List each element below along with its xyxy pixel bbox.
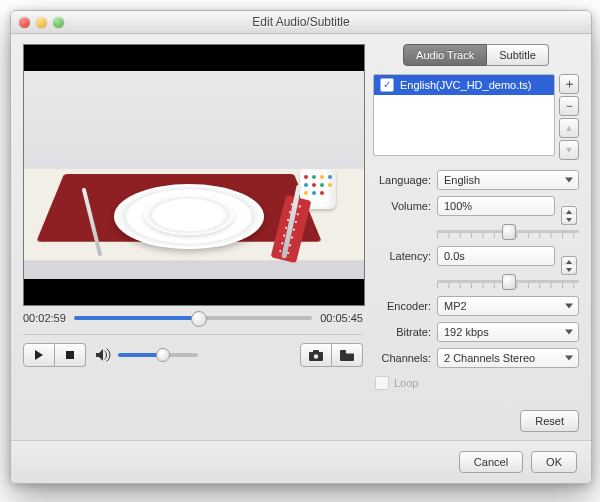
zoom-window-button[interactable] (53, 17, 64, 28)
audio-track-list[interactable]: ✓ English(JVC_HD_demo.ts) (373, 74, 555, 156)
system-volume-knob[interactable] (156, 348, 170, 362)
label-bitrate: Bitrate: (373, 326, 431, 338)
move-up-button[interactable]: ▲ (559, 118, 579, 138)
channels-select[interactable]: 2 Channels Stereo (437, 348, 579, 368)
loop-checkbox[interactable]: Loop (375, 376, 579, 390)
camera-icon (309, 350, 323, 361)
chevron-down-icon: ▼ (565, 145, 574, 155)
video-preview[interactable] (23, 44, 365, 306)
volume-icon (96, 348, 112, 362)
minimize-window-button[interactable] (36, 17, 47, 28)
track-label: English(JVC_HD_demo.ts) (400, 79, 531, 91)
add-track-button[interactable]: ＋ (559, 74, 579, 94)
stop-button[interactable] (55, 343, 86, 367)
svg-rect-3 (340, 350, 346, 353)
volume-input[interactable]: 100% (437, 196, 555, 216)
system-volume-slider[interactable] (118, 353, 198, 357)
open-folder-button[interactable] (332, 343, 363, 367)
reset-button[interactable]: Reset (520, 410, 579, 432)
play-icon (35, 350, 43, 360)
playback-slider-knob[interactable] (191, 311, 207, 327)
plus-icon: ＋ (563, 75, 576, 93)
language-select[interactable]: English (437, 170, 579, 190)
volume-slider[interactable] (437, 222, 579, 240)
playback-current-time: 00:02:59 (23, 312, 66, 324)
label-latency: Latency: (373, 250, 431, 262)
label-language: Language: (373, 174, 431, 186)
remove-track-button[interactable]: － (559, 96, 579, 116)
volume-slider-knob[interactable] (502, 224, 516, 240)
tab-audio-track[interactable]: Audio Track (403, 44, 487, 66)
encoder-select[interactable]: MP2 (437, 296, 579, 316)
checkbox-icon (375, 376, 389, 390)
bitrate-select[interactable]: 192 kbps (437, 322, 579, 342)
window: Edit Audio/Subtitle 00:02:59 (10, 10, 592, 484)
snapshot-button[interactable] (300, 343, 332, 367)
close-window-button[interactable] (19, 17, 30, 28)
label-channels: Channels: (373, 352, 431, 364)
playback-slider[interactable] (74, 316, 312, 320)
latency-slider-knob[interactable] (502, 274, 516, 290)
play-button[interactable] (23, 343, 55, 367)
svg-rect-1 (313, 350, 319, 353)
folder-icon (340, 350, 354, 361)
playback-total-time: 00:05:45 (320, 312, 363, 324)
dialog-footer: Cancel OK (11, 440, 591, 483)
label-encoder: Encoder: (373, 300, 431, 312)
latency-input[interactable]: 0.0s (437, 246, 555, 266)
stop-icon (66, 351, 74, 359)
list-item[interactable]: ✓ English(JVC_HD_demo.ts) (374, 75, 554, 95)
latency-slider[interactable] (437, 272, 579, 290)
label-volume: Volume: (373, 200, 431, 212)
window-title: Edit Audio/Subtitle (11, 15, 591, 29)
ok-button[interactable]: OK (531, 451, 577, 473)
cancel-button[interactable]: Cancel (459, 451, 523, 473)
track-checkbox[interactable]: ✓ (380, 78, 394, 92)
move-down-button[interactable]: ▼ (559, 140, 579, 160)
tabs: Audio Track Subtitle (373, 44, 579, 66)
chevron-up-icon: ▲ (565, 123, 574, 133)
svg-point-2 (314, 354, 318, 358)
playback-slider-fill (74, 316, 198, 320)
minus-icon: － (563, 97, 576, 115)
tab-subtitle[interactable]: Subtitle (487, 44, 549, 66)
loop-label: Loop (394, 377, 418, 389)
titlebar: Edit Audio/Subtitle (11, 11, 591, 34)
